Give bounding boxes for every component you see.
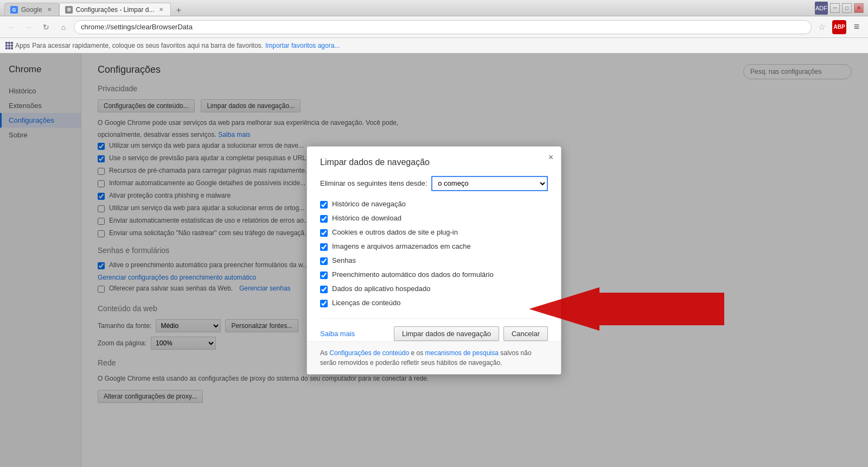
bookmarks-info-text: Para acessar rapidamente, coloque os seu…: [32, 42, 263, 49]
dialog-check-label-5: Preenchimento automático dos dados do fo…: [332, 270, 494, 279]
modal-overlay: Limpar dados de navegação × Eliminar os …: [0, 53, 868, 467]
dialog-check-label-2: Cookies e outros dados de site e plug-in: [332, 228, 458, 236]
bookmarks-bar: Apps Para acessar rapidamente, coloque o…: [0, 38, 868, 53]
dialog-check-0: Histórico de navegação: [320, 200, 548, 209]
dialog-check-2: Cookies e outros dados de site e plug-in: [320, 228, 548, 237]
bookmark-star-icon[interactable]: ☆: [815, 20, 829, 34]
window-controls: ADF ─ □ ✕: [815, 2, 864, 15]
content-area: Chrome Histórico Extensões Configurações…: [0, 53, 868, 467]
dialog-checkbox-5[interactable]: [320, 272, 328, 279]
dialog-since-label: Eliminar os seguintes itens desde:: [320, 179, 427, 187]
back-button[interactable]: ←: [4, 20, 18, 34]
dialog-note-part1: As: [320, 349, 329, 357]
profile-label: ADF: [815, 5, 827, 11]
dialog-learn-more-link[interactable]: Saiba mais: [320, 330, 355, 338]
apps-icon-group[interactable]: Apps: [5, 42, 30, 49]
dialog-checkbox-4[interactable]: [320, 257, 328, 265]
import-favorites-link[interactable]: Importar favoritos agora...: [265, 42, 340, 49]
clear-data-dialog: Limpar dados de navegação × Eliminar os …: [307, 146, 561, 375]
dialog-check-label-0: Histórico de navegação: [332, 200, 406, 208]
dialog-checkbox-2[interactable]: [320, 229, 328, 237]
settings-favicon: ⚙: [65, 6, 73, 14]
dialog-footer-buttons: Limpar dados de navegação Cancelar: [394, 326, 548, 341]
tab-google[interactable]: G Google ✕: [4, 3, 59, 16]
cancel-button[interactable]: Cancelar: [503, 326, 548, 341]
forward-button[interactable]: →: [22, 20, 36, 34]
google-favicon: G: [10, 6, 18, 14]
apps-grid-icon: [5, 42, 13, 49]
dialog-check-5: Preenchimento automático dos dados do fo…: [320, 270, 548, 279]
dialog-check-6: Dados do aplicativo hospedado: [320, 285, 548, 293]
dialog-footer: Saiba mais Limpar dados de navegação Can…: [320, 318, 548, 341]
dialog-since-row: Eliminar os seguintes itens desde: o com…: [320, 176, 548, 191]
tab-google-label: Google: [21, 6, 42, 14]
dialog-check-1: Histórico de download: [320, 214, 548, 223]
dialog-wrapper: Limpar dados de navegação × Eliminar os …: [307, 146, 561, 375]
dialog-check-label-7: Licenças de conteúdo: [332, 299, 400, 307]
close-button[interactable]: ✕: [854, 3, 864, 13]
browser-window: G Google ✕ ⚙ Configurações - Limpar d...…: [0, 0, 868, 467]
dialog-checkbox-7[interactable]: [320, 300, 328, 307]
dialog-check-7: Licenças de conteúdo: [320, 299, 548, 307]
address-bar[interactable]: [74, 20, 812, 34]
title-bar: G Google ✕ ⚙ Configurações - Limpar d...…: [0, 0, 868, 16]
minimize-button[interactable]: ─: [830, 3, 840, 13]
dialog-note: As Configurações de conteúdo e os mecani…: [307, 341, 561, 374]
dialog-since-select[interactable]: o começo a última hora o último dia a úl…: [431, 176, 548, 191]
dialog-check-4: Senhas: [320, 256, 548, 265]
tab-google-close[interactable]: ✕: [46, 6, 53, 14]
tab-settings-label: Configurações - Limpar d...: [76, 6, 155, 14]
tab-bar: G Google ✕ ⚙ Configurações - Limpar d...…: [4, 0, 815, 16]
clear-browsing-data-button[interactable]: Limpar dados de navegação: [394, 326, 499, 341]
dialog-check-label-1: Histórico de download: [332, 214, 401, 222]
dialog-note-link2[interactable]: mecanismos de pesquisa: [425, 349, 498, 357]
reload-button[interactable]: ↻: [39, 20, 53, 34]
menu-button[interactable]: ≡: [850, 20, 864, 34]
dialog-check-label-4: Senhas: [332, 256, 356, 264]
home-button[interactable]: ⌂: [56, 20, 71, 34]
dialog-note-link1[interactable]: Configurações de conteúdo: [329, 349, 409, 357]
tab-settings-close[interactable]: ✕: [157, 6, 165, 14]
profile-button[interactable]: ADF: [815, 2, 828, 15]
tab-settings[interactable]: ⚙ Configurações - Limpar d... ✕: [59, 3, 171, 16]
maximize-button[interactable]: □: [842, 3, 852, 13]
dialog-note-part2: e os: [409, 349, 425, 357]
dialog-checkbox-3[interactable]: [320, 243, 328, 251]
dialog-check-label-3: Imagens e arquivos armazenados em cache: [332, 242, 471, 250]
dialog-title: Limpar dados de navegação: [320, 157, 548, 167]
nav-bar: ← → ↻ ⌂ ☆ ABP ≡: [0, 16, 868, 38]
dialog-checkbox-6[interactable]: [320, 286, 328, 293]
dialog-checkbox-1[interactable]: [320, 215, 328, 223]
dialog-check-3: Imagens e arquivos armazenados em cache: [320, 242, 548, 251]
dialog-close-button[interactable]: ×: [548, 153, 553, 162]
new-tab-button[interactable]: +: [173, 5, 184, 16]
dialog-check-label-6: Dados do aplicativo hospedado: [332, 285, 430, 293]
apps-label: Apps: [15, 42, 30, 49]
dialog-checkbox-0[interactable]: [320, 201, 328, 209]
adblock-button[interactable]: ABP: [832, 20, 846, 34]
